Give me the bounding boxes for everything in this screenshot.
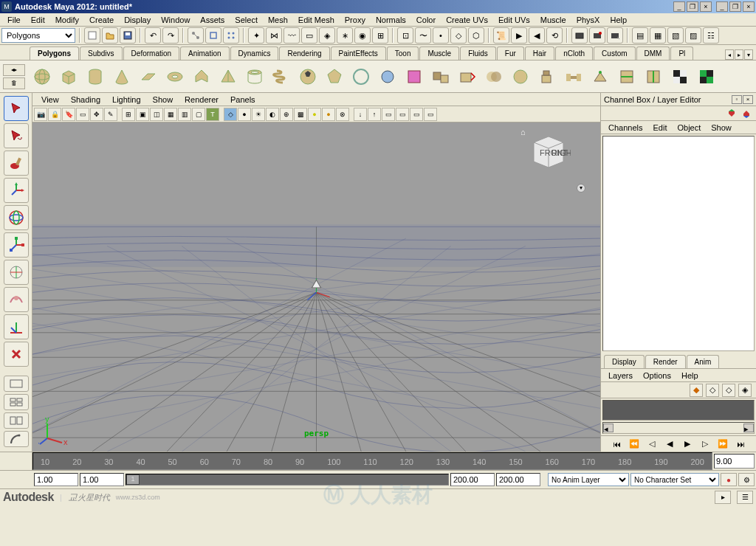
panel-menu-lighting[interactable]: Lighting	[106, 94, 147, 105]
universal-manip-tool[interactable]	[4, 260, 29, 285]
panel-menu-show[interactable]: Show	[147, 94, 179, 105]
step-forward-key-button[interactable]: ⏩	[715, 438, 730, 451]
poly-extrude-button[interactable]	[535, 64, 560, 89]
snap-live-button[interactable]: ⬡	[468, 27, 484, 44]
render-frame-button[interactable]	[571, 27, 588, 44]
channelbox-menu-channels[interactable]: Channels	[604, 122, 647, 133]
scroll-left-button[interactable]: ◂	[603, 424, 614, 432]
poly-bridge-button[interactable]	[561, 64, 586, 89]
poly-append-button[interactable]	[588, 64, 613, 89]
shelf-tab-subdivs[interactable]: Subdivs	[80, 46, 123, 60]
poly-smooth-button[interactable]	[508, 64, 533, 89]
isolate-select2-icon[interactable]: ↑	[368, 108, 381, 121]
panel-menu-renderer[interactable]: Renderer	[179, 94, 224, 105]
use-all-lights-icon[interactable]: ☀	[252, 108, 265, 121]
menu-select[interactable]: Select	[230, 15, 262, 25]
poly-booleans-button[interactable]	[481, 64, 506, 89]
play-forward-button[interactable]: ▶	[680, 438, 695, 451]
shelf-scroll-right[interactable]: ▸	[735, 49, 743, 60]
layer-tab-render[interactable]: Render	[645, 355, 686, 368]
channelbox-view-icon[interactable]	[726, 108, 737, 119]
poly-type-button[interactable]	[348, 64, 374, 89]
snap-curve-button[interactable]: 〜	[415, 27, 431, 44]
shelf-scroll-left[interactable]: ◂	[725, 49, 734, 60]
image-plane-icon[interactable]: ▭	[76, 108, 89, 121]
channelbox-menu-object[interactable]: Object	[673, 122, 705, 133]
poly-extract-button[interactable]	[455, 64, 480, 89]
shelf-tab-toon[interactable]: Toon	[387, 46, 419, 60]
channelbox-body[interactable]	[602, 136, 755, 351]
menu-create-uvs[interactable]: Create UVs	[441, 15, 492, 25]
select-hierarchy-button[interactable]	[188, 27, 204, 44]
viewport-motion-icon[interactable]: ▭	[410, 108, 423, 121]
shelf-tab-dynamics[interactable]: Dynamics	[230, 46, 279, 60]
poly-cone-button[interactable]	[109, 64, 134, 89]
prefs-button[interactable]: ⚙	[738, 473, 755, 486]
layer-tab-display[interactable]: Display	[604, 355, 645, 368]
menu-muscle[interactable]: Muscle	[536, 15, 571, 25]
layer-menu-layers[interactable]: Layers	[604, 370, 637, 381]
viewport-multi-icon[interactable]: ▭	[424, 108, 437, 121]
snap-point-button[interactable]: •	[433, 27, 449, 44]
poly-soccer-button[interactable]	[295, 64, 320, 89]
anim-layer-dropdown[interactable]: No Anim Layer	[548, 473, 629, 486]
paint-select-tool[interactable]	[4, 151, 29, 176]
range-slider[interactable]: 1	[126, 474, 449, 485]
textured-icon[interactable]: ▩	[294, 108, 307, 121]
play-back-button[interactable]: ◀	[662, 438, 677, 451]
menu-file[interactable]: File	[3, 15, 25, 25]
secondaryframe-min-button[interactable]: _	[716, 1, 728, 12]
poly-plane-button[interactable]	[136, 64, 161, 89]
scale-tool[interactable]	[4, 232, 29, 258]
poly-create-button[interactable]	[402, 64, 427, 89]
channelbox-undock-button[interactable]: ▫	[732, 95, 742, 104]
soft-mod-tool[interactable]	[4, 287, 29, 312]
poly-torus-button[interactable]	[162, 64, 188, 89]
save-scene-button[interactable]	[120, 27, 136, 44]
safe-action-icon[interactable]: ▢	[192, 108, 205, 121]
autokey-button[interactable]: ●	[721, 473, 737, 486]
snap-plane-button[interactable]: ◇	[450, 27, 467, 44]
maya-logo-icon[interactable]	[4, 431, 29, 447]
open-scene-button[interactable]	[102, 27, 118, 44]
restore-button[interactable]: ❐	[687, 1, 698, 12]
shelf-tab-dmm[interactable]: DMM	[636, 46, 670, 60]
wireframe-shading-icon[interactable]: ◇	[224, 108, 237, 121]
smooth-shading-icon[interactable]: ●	[238, 108, 251, 121]
menu-create[interactable]: Create	[85, 15, 118, 25]
menu-mesh[interactable]: Mesh	[264, 15, 292, 25]
mask-misc-button[interactable]: ⊞	[372, 27, 388, 44]
mask-render-button[interactable]: ◉	[354, 27, 371, 44]
render-settings-button[interactable]	[607, 27, 623, 44]
range-end-inner-field[interactable]	[450, 473, 495, 486]
shelf-editor-button[interactable]: ◂▸	[3, 64, 25, 76]
shelf-tab-muscle[interactable]: Muscle	[419, 46, 459, 60]
film-gate-icon[interactable]: ▣	[136, 108, 149, 121]
channelbox-view2-icon[interactable]	[741, 108, 752, 119]
go-to-end-button[interactable]: ⏭	[733, 438, 748, 451]
snap-grid-button[interactable]: ⊡	[397, 27, 413, 44]
menu-edit[interactable]: Edit	[27, 15, 49, 25]
two-pane-layout[interactable]	[4, 412, 29, 429]
menu-modify[interactable]: Modify	[51, 15, 83, 25]
show-attributeeditor-button[interactable]: ▨	[685, 27, 701, 44]
shelf-tab-painteffects[interactable]: PaintEffects	[331, 46, 386, 60]
2d-pan-icon[interactable]: ✥	[90, 108, 103, 121]
script-editor-button[interactable]: ▸	[715, 491, 731, 504]
character-set-dropdown[interactable]: No Character Set	[630, 473, 719, 486]
grid-toggle-icon[interactable]: ⊞	[122, 108, 135, 121]
select-tool[interactable]	[4, 96, 29, 121]
range-start-inner-field[interactable]	[80, 473, 124, 486]
layer-movedown-icon[interactable]: ◇	[706, 384, 719, 397]
camera-bookmark-icon[interactable]: 🔖	[62, 108, 75, 121]
mask-handle-button[interactable]: ✦	[248, 27, 264, 44]
poly-sphere-button[interactable]	[30, 64, 55, 89]
poly-checker2-button[interactable]	[694, 64, 719, 89]
four-pane-layout[interactable]	[4, 394, 29, 410]
shelf-tab-custom[interactable]: Custom	[594, 46, 635, 60]
persp-viewport[interactable]: ⌂ FRONT RIGHT ▾ y x z pe	[32, 122, 600, 452]
menu-edit-mesh[interactable]: Edit Mesh	[294, 15, 339, 25]
range-start-outer-field[interactable]	[34, 473, 78, 486]
show-channelbox-button[interactable]: ▤	[632, 27, 648, 44]
shelf-menu-button[interactable]: ▾	[744, 49, 753, 60]
